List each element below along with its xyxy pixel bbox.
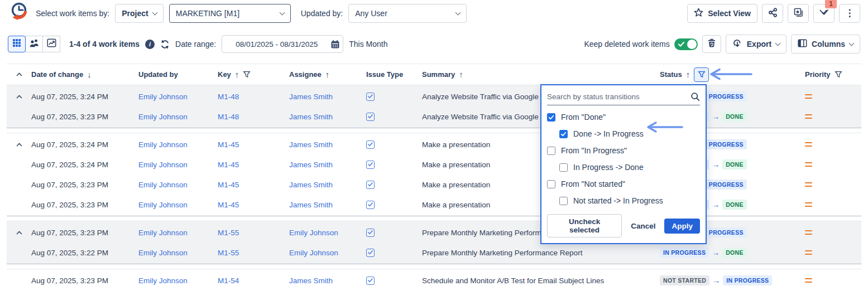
key-link[interactable]: M1-48 <box>218 113 239 121</box>
select-by-dropdown[interactable]: Project <box>115 4 163 23</box>
collapse-group-chevron[interactable] <box>7 231 31 235</box>
assignee-link[interactable]: James Smith <box>289 140 333 149</box>
assignee-link[interactable]: James Smith <box>289 113 333 121</box>
people-view-button[interactable] <box>25 36 43 52</box>
task-type-icon <box>366 161 375 169</box>
updated-by-link[interactable]: Emily Johnson <box>138 229 188 237</box>
updated-by-link[interactable]: Emily Johnson <box>138 113 188 121</box>
date-of-change-cell: Aug 07, 2025, 3:23 PM <box>31 113 138 121</box>
header-assignee[interactable]: Assignee↑ <box>289 70 366 79</box>
cancel-button[interactable]: Cancel <box>631 222 655 230</box>
priority-cell <box>803 114 861 119</box>
status-filter-option-label: From "In Progress" <box>561 146 627 155</box>
updated-by-link[interactable]: Emily Johnson <box>138 277 188 285</box>
status-search-input[interactable] <box>547 93 687 101</box>
checkbox-unchecked[interactable] <box>559 197 568 205</box>
assignee-link[interactable]: James Smith <box>289 93 333 101</box>
date-of-change-cell: Aug 07, 2025, 3:23 PM <box>31 181 138 189</box>
checkbox-unchecked[interactable] <box>547 147 555 155</box>
keep-deleted-toggle[interactable] <box>674 38 698 50</box>
status-badge-from: IN PROGRESS <box>660 248 709 258</box>
updated-by-link[interactable]: Emily Johnson <box>138 140 188 149</box>
header-updated-by[interactable]: Updated by <box>138 70 218 79</box>
updated-by-cell: Emily Johnson <box>138 140 218 149</box>
filter-applied-button[interactable]: 1 <box>813 4 835 23</box>
select-view-button[interactable]: Select View <box>687 4 757 23</box>
filter-funnel-icon[interactable] <box>243 71 251 79</box>
info-icon[interactable]: i <box>145 40 155 49</box>
updated-by-cell: Emily Johnson <box>138 181 218 189</box>
key-link[interactable]: M1-55 <box>218 249 239 257</box>
date-range-value[interactable] <box>227 40 326 48</box>
assignee-link[interactable]: James Smith <box>289 201 333 209</box>
key-link[interactable]: M1-45 <box>218 161 239 169</box>
uncheck-selected-button[interactable]: Uncheck selected <box>547 214 622 237</box>
updated-by-dropdown[interactable]: Any User <box>348 4 467 23</box>
header-key[interactable]: Key↑ <box>218 70 289 79</box>
date-range-input[interactable] <box>222 35 343 53</box>
table-row: Aug 07, 2025, 3:22 PMEmily JohnsonM1-55E… <box>7 243 861 263</box>
row-group: Aug 07, 2025, 3:24 PMEmily JohnsonM1-45J… <box>7 133 861 216</box>
assignee-cell: James Smith <box>289 113 366 121</box>
columns-button[interactable]: Columns <box>791 35 860 54</box>
export-button[interactable]: Export <box>726 35 787 54</box>
refresh-icon[interactable] <box>160 40 170 49</box>
assignee-link[interactable]: Emily Johnson <box>289 229 338 237</box>
updated-by-cell: Emily Johnson <box>138 161 218 169</box>
checkbox-checked[interactable] <box>547 113 555 122</box>
calendar-icon[interactable] <box>330 40 340 49</box>
key-link[interactable]: M1-48 <box>218 93 239 101</box>
collapse-all-chevron[interactable] <box>7 72 31 76</box>
header-summary[interactable]: Summary↑ <box>422 70 656 79</box>
sort-asc-icon: ↑ <box>459 70 463 79</box>
table-row: Aug 07, 2025, 3:24 PMEmily JohnsonM1-45J… <box>7 134 861 154</box>
checkbox-unchecked[interactable] <box>559 163 568 172</box>
trash-button[interactable] <box>702 35 721 53</box>
more-options-button[interactable]: ⋮ <box>839 4 860 23</box>
chart-view-button[interactable] <box>42 36 60 52</box>
sort-asc-icon: ↑ <box>686 70 690 79</box>
assignee-cell: James Smith <box>289 161 366 169</box>
table-row: Aug 07, 2025, 3:23 PMEmily JohnsonM1-48J… <box>7 106 861 127</box>
key-link[interactable]: M1-45 <box>218 140 239 149</box>
saved-views-button[interactable] <box>788 4 809 23</box>
key-link[interactable]: M1-54 <box>218 277 239 285</box>
table-body: Aug 07, 2025, 3:24 PMEmily JohnsonM1-48J… <box>0 85 868 291</box>
key-cell: M1-55 <box>218 249 289 257</box>
export-cloud-download-icon <box>732 38 742 50</box>
assignee-cell: James Smith <box>289 181 366 189</box>
collapse-group-chevron[interactable] <box>7 95 31 99</box>
updated-by-link[interactable]: Emily Johnson <box>138 93 188 101</box>
header-priority[interactable]: Priority <box>803 70 861 79</box>
key-cell: M1-48 <box>218 93 289 101</box>
updated-by-link[interactable]: Emily Johnson <box>138 161 188 169</box>
project-dropdown[interactable]: MARKETING [M1] <box>169 4 291 23</box>
key-link[interactable]: M1-55 <box>218 229 239 237</box>
filter-funnel-icon[interactable] <box>835 71 842 79</box>
header-date-of-change[interactable]: Date of change↓ <box>31 70 138 79</box>
apply-button[interactable]: Apply <box>664 219 700 234</box>
updated-by-link[interactable]: Emily Johnson <box>138 181 188 189</box>
table-view-button[interactable] <box>8 36 26 52</box>
updated-by-link[interactable]: Emily Johnson <box>138 201 188 209</box>
priority-medium-icon <box>803 202 861 207</box>
assignee-cell: Emily Johnson <box>289 249 366 257</box>
assignee-link[interactable]: James Smith <box>289 181 333 189</box>
assignee-link[interactable]: James Smith <box>289 161 333 169</box>
priority-medium-icon <box>803 250 861 255</box>
collapse-group-chevron[interactable] <box>7 143 31 147</box>
key-link[interactable]: M1-45 <box>218 201 239 209</box>
updated-by-link[interactable]: Emily Johnson <box>138 249 188 257</box>
checkbox-unchecked[interactable] <box>547 180 555 188</box>
filter-check-icon <box>819 8 829 19</box>
updated-by-cell: Emily Johnson <box>138 229 218 237</box>
assignee-link[interactable]: Emily Johnson <box>289 249 338 257</box>
key-link[interactable]: M1-45 <box>218 181 239 189</box>
share-button[interactable] <box>762 4 783 23</box>
priority-cell <box>803 162 861 167</box>
status-filter-popup: From "Done"Done -> In ProgressFrom "In P… <box>540 84 707 244</box>
header-issue-type[interactable]: Issue Type <box>366 70 422 79</box>
assignee-link[interactable]: James Smith <box>289 277 333 285</box>
checkbox-checked[interactable] <box>559 130 568 138</box>
transition-arrow-icon: → <box>712 200 720 209</box>
